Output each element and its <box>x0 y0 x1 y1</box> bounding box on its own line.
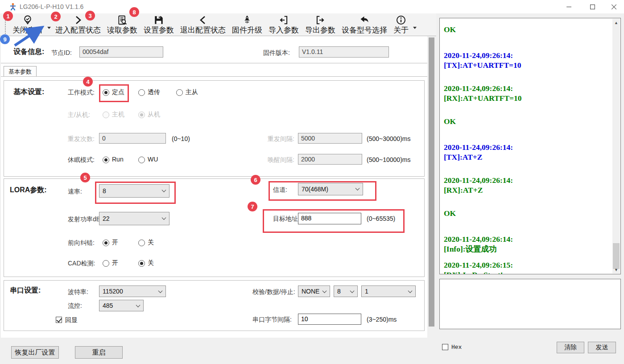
toolbar-export-params-button[interactable]: 导出参数 <box>302 13 339 36</box>
node-id-field[interactable]: 00054daf <box>79 46 163 58</box>
minimize-button[interactable] <box>558 0 579 13</box>
radio-master[interactable]: 主机 <box>103 111 124 119</box>
radio-cad-on[interactable]: 开 <box>103 259 118 267</box>
toolbar-enter-config-label: 进入配置状态 <box>55 26 101 35</box>
app-logo-icon <box>9 3 17 11</box>
maximize-button[interactable] <box>582 0 603 13</box>
echo-checkbox[interactable] <box>56 317 62 323</box>
log-content: OK 2020-11-24,09:26:14:[TX]:AT+UARTFT=10… <box>444 25 612 274</box>
scroll-down-icon[interactable]: ▼ <box>612 266 620 273</box>
tx-power-select[interactable]: 22 <box>99 212 169 225</box>
stop-bits-select[interactable]: 1 <box>361 285 416 297</box>
toolbar-device-model-button[interactable]: 设备型号选择 <box>339 13 390 36</box>
flow-control-select[interactable]: 485 <box>99 300 144 311</box>
annotation-badge-8: 8 <box>129 7 139 17</box>
device-info-section-label: 设备信息: <box>13 47 44 57</box>
log-line: OK <box>444 25 612 34</box>
log-output-area[interactable]: OK 2020-11-24,09:26:14:[TX]:AT+UARTFT=10… <box>439 18 621 274</box>
toolbar-exit-config-button[interactable]: 退出配置状态 <box>177 13 229 36</box>
firmware-version-label: 固件版本: <box>263 49 290 57</box>
toolbar: 关闭串口 进入配置状态 读取参数 设置参数 <box>0 13 436 36</box>
log-timestamp: 2020-11-24,09:26:15: <box>444 260 612 270</box>
rocket-icon <box>242 15 252 25</box>
basic-settings-title: 基本设置: <box>13 87 44 97</box>
parity-select[interactable]: NONE <box>298 285 330 297</box>
radio-sleep-wu-label: WU <box>148 156 158 163</box>
info-icon <box>396 15 406 25</box>
log-message: [RX]:AT+UARTFT=10 <box>444 93 612 103</box>
reboot-button[interactable]: 重启 <box>75 346 123 359</box>
data-bits-select[interactable]: 8 <box>334 285 358 297</box>
annotation-box-target-address <box>263 209 405 233</box>
log-entry: 2020-11-24,09:26:14:[RX]:AT+Z <box>444 175 612 195</box>
factory-reset-button[interactable]: 恢复出厂设置 <box>11 346 59 359</box>
baud-rate-select[interactable]: 115200 <box>99 285 166 297</box>
log-scrollbar[interactable]: ▲ ▼ <box>612 19 620 273</box>
radio-mode-master-slave[interactable]: 主从 <box>176 88 198 96</box>
send-button[interactable]: 发送 <box>588 342 616 353</box>
annotation-badge-1: 1 <box>3 11 13 21</box>
log-scrollbar-thumb[interactable] <box>613 243 620 269</box>
radio-sleep-wu[interactable]: WU <box>138 156 158 164</box>
tx-power-value: 22 <box>103 215 110 222</box>
toolbar-about-button[interactable]: 关于 <box>390 13 412 36</box>
toolbar-set-params-button[interactable]: 设置参数 <box>141 13 177 36</box>
send-input-area[interactable] <box>439 279 621 329</box>
radio-slave-label: 从机 <box>148 111 160 118</box>
radio-mode-transparent[interactable]: 透传 <box>138 88 160 96</box>
stop-bits-value: 1 <box>365 288 368 295</box>
resend-count-field[interactable]: 0 <box>99 133 166 144</box>
log-timestamp: 2020-11-24,09:26:14: <box>444 175 612 185</box>
annotation-badge-6: 6 <box>251 175 260 185</box>
toolbar-exit-config-label: 退出配置状态 <box>180 26 226 35</box>
resend-interval-field[interactable]: 5000 <box>298 133 362 144</box>
fec-label: 前向纠错: <box>68 239 95 247</box>
radio-icon <box>138 260 145 267</box>
toolbar-firmware-upgrade-button[interactable]: 固件升级 <box>229 13 265 36</box>
radio-sleep-run[interactable]: Run <box>103 156 124 164</box>
lora-params-title: LORA参数: <box>10 186 47 195</box>
divider <box>1 63 427 63</box>
toolbar-set-params-label: 设置参数 <box>144 26 174 35</box>
radio-icon <box>103 157 109 163</box>
radio-cad-off[interactable]: 关 <box>138 259 154 267</box>
log-entry: 2020-11-24,09:26:14:[Info]:设置成功 <box>444 234 612 254</box>
maximize-icon <box>590 4 595 9</box>
serial-settings-title: 串口设置: <box>10 286 41 295</box>
left-scrollbar[interactable] <box>428 36 435 338</box>
app-window: LG206-L-P-H10 V1.1.6 关闭串口 进入配置状态 <box>0 0 624 364</box>
annotation-box-rate <box>95 182 176 204</box>
left-scrollbar-thumb[interactable] <box>429 37 434 327</box>
log-message: [RX]:LoRa Start! <box>444 270 612 274</box>
tab-strip-line <box>1 76 427 77</box>
wake-interval-field[interactable]: 2000 <box>298 154 362 165</box>
node-id-label: 节点ID: <box>51 49 72 57</box>
minimize-icon <box>566 4 571 9</box>
annotation-box-channel <box>269 181 376 201</box>
radio-fec-on[interactable]: 开 <box>103 239 118 247</box>
flow-control-value: 485 <box>103 302 113 309</box>
radio-fec-off-label: 关 <box>148 239 154 246</box>
close-button[interactable] <box>603 0 624 13</box>
scroll-up-icon[interactable]: ▲ <box>612 19 620 26</box>
baud-rate-label: 波特率: <box>68 288 88 296</box>
radio-slave[interactable]: 从机 <box>138 111 160 119</box>
rate-label: 速率: <box>68 188 82 196</box>
radio-icon <box>103 240 109 246</box>
radio-icon <box>138 157 145 163</box>
tab-basic-params[interactable]: 基本参数 <box>4 66 37 77</box>
toolbar-import-params-button[interactable]: 导入参数 <box>265 13 302 36</box>
radio-icon <box>103 260 109 267</box>
chevron-right-icon <box>73 15 83 25</box>
hex-checkbox[interactable] <box>442 344 448 350</box>
radio-fec-off[interactable]: 关 <box>138 239 154 247</box>
clear-button[interactable]: 清除 <box>557 342 584 353</box>
log-entry: 2020-11-24,09:26:14:[TX]:AT+UARTFT=10 <box>444 50 612 70</box>
annotation-badge-2: 2 <box>51 12 61 21</box>
document-search-icon <box>117 15 128 25</box>
resend-count-range: (0~10) <box>172 135 190 142</box>
toolbar-export-params-label: 导出参数 <box>305 26 335 35</box>
byte-interval-field[interactable]: 10 <box>298 314 361 325</box>
firmware-version-field[interactable]: V1.0.11 <box>299 46 389 58</box>
about-dropdown[interactable] <box>412 20 418 36</box>
